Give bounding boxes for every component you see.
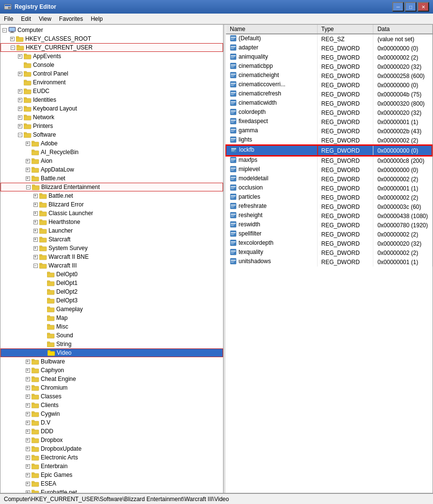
tree-item-warcraft2_bne[interactable]: + Warcraft II BNE xyxy=(0,252,223,261)
tree-item-misc[interactable]: Misc xyxy=(0,322,223,331)
tree-item-clients[interactable]: + Clients xyxy=(0,401,223,410)
table-row[interactable]: texqualityREG_DWORD0x00000002 (2) xyxy=(226,248,432,257)
collapse-icon[interactable]: − xyxy=(2,28,7,32)
tree-item-software[interactable]: − Software xyxy=(0,130,223,139)
tree-item-hkey_current_user[interactable]: − HKEY_CURRENT_USER xyxy=(0,43,223,52)
table-row[interactable]: maxfpsREG_DWORD0x000000c8 (200) xyxy=(226,156,432,165)
expander-sound[interactable] xyxy=(39,331,47,339)
expand-icon[interactable]: + xyxy=(26,447,30,451)
tree-item-enterbrain[interactable]: + Enterbrain xyxy=(0,462,223,471)
expand-icon[interactable]: + xyxy=(33,203,38,207)
expander-printers[interactable]: + xyxy=(16,122,24,130)
table-row[interactable]: adapterREG_DWORD0x00000000 (0) xyxy=(226,44,432,53)
tree-item-ai_recyclebin[interactable]: AI_RecycleBin xyxy=(0,148,223,157)
expander-eurobattle[interactable]: + xyxy=(24,488,32,493)
expander-network[interactable]: + xyxy=(16,113,24,121)
table-row[interactable]: colordepthREG_DWORD0x00000020 (32) xyxy=(226,108,432,117)
expander-hearthstone[interactable]: + xyxy=(32,218,39,226)
tree-item-system_survey[interactable]: + System Survey xyxy=(0,244,223,252)
menu-file[interactable]: File xyxy=(0,14,17,24)
menu-favorites[interactable]: Favorites xyxy=(55,14,87,24)
table-row[interactable]: fixedaspectREG_DWORD0x00000001 (1) xyxy=(226,117,432,126)
tree-item-blizzard_error[interactable]: + Blizzard Error xyxy=(0,200,223,209)
tree-item-map[interactable]: Map xyxy=(0,314,223,322)
expander-epic_games[interactable]: + xyxy=(24,471,32,479)
tree-item-dv[interactable]: + D.V xyxy=(0,418,223,427)
expand-icon[interactable]: + xyxy=(26,490,30,493)
expander-identities[interactable]: + xyxy=(16,96,24,104)
table-row[interactable]: (Default)REG_SZ(value not set) xyxy=(226,34,432,44)
expander-computer[interactable]: − xyxy=(0,26,8,34)
registry-values-panel[interactable]: Name Type Data (Default)REG_SZ(value not… xyxy=(225,25,433,493)
tree-item-printers[interactable]: + Printers xyxy=(0,122,223,130)
tree-item-blizzard_entertainment[interactable]: − Blizzard Entertainment xyxy=(0,183,223,191)
expander-classic_launcher[interactable]: + xyxy=(32,209,39,217)
expander-enterbrain[interactable]: + xyxy=(24,462,32,470)
tree-item-delopt3[interactable]: DelOpt3 xyxy=(0,296,223,305)
expander-launcher[interactable]: + xyxy=(32,227,39,235)
expand-icon[interactable]: + xyxy=(18,54,22,59)
tree-item-battlenet2[interactable]: + Battle.net xyxy=(0,191,223,200)
expander-misc[interactable] xyxy=(39,323,47,331)
expander-control_panel[interactable]: + xyxy=(16,70,24,78)
table-row[interactable]: cinematiccoverri...REG_DWORD0x00000000 (… xyxy=(226,80,432,90)
expand-icon[interactable]: + xyxy=(26,412,30,416)
expand-icon[interactable]: + xyxy=(26,394,30,399)
expander-ai_recyclebin[interactable] xyxy=(24,148,32,156)
tree-item-dropbox[interactable]: + Dropbox xyxy=(0,436,223,444)
expander-appdatalow[interactable]: + xyxy=(24,166,32,173)
table-row[interactable]: animqualityREG_DWORD0x00000002 (2) xyxy=(226,53,432,62)
tree-item-cygwin[interactable]: + Cygwin xyxy=(0,410,223,418)
table-row[interactable]: lightsREG_DWORD0x00000002 (2) xyxy=(226,136,432,145)
tree-item-video[interactable]: Video xyxy=(0,348,223,357)
expander-caphyon[interactable]: + xyxy=(24,366,32,374)
expander-video[interactable] xyxy=(40,349,48,357)
expand-icon[interactable]: + xyxy=(26,429,30,434)
table-row[interactable]: particlesREG_DWORD0x00000002 (2) xyxy=(226,193,432,202)
expander-battlenet2[interactable]: + xyxy=(32,192,39,200)
expander-dropboxupdate[interactable]: + xyxy=(24,445,32,453)
menu-view[interactable]: View xyxy=(35,14,55,24)
tree-item-caphyon[interactable]: + Caphyon xyxy=(0,366,223,375)
table-row[interactable]: cinematicbppREG_DWORD0x00000020 (32) xyxy=(226,62,432,71)
table-row[interactable]: cinematicheightREG_DWORD0x00000258 (600) xyxy=(226,71,432,80)
expander-system_survey[interactable]: + xyxy=(32,244,39,252)
expander-delopt3[interactable] xyxy=(39,297,47,304)
tree-item-ddd[interactable]: + DDD xyxy=(0,427,223,436)
expand-icon[interactable]: + xyxy=(26,377,30,381)
expand-icon[interactable]: + xyxy=(26,438,30,442)
expand-icon[interactable]: + xyxy=(26,368,30,373)
expander-cygwin[interactable]: + xyxy=(24,410,32,418)
expand-icon[interactable]: + xyxy=(26,403,30,408)
collapse-icon[interactable]: − xyxy=(11,46,15,50)
expand-icon[interactable]: + xyxy=(26,168,30,172)
close-button[interactable]: ✕ xyxy=(417,2,429,12)
registry-tree-panel[interactable]: − Computer+ HKEY_CLASSES_ROOT− HKEY_CURR… xyxy=(0,25,224,493)
menu-help[interactable]: Help xyxy=(87,14,107,24)
tree-item-appevents[interactable]: + AppEvents xyxy=(0,52,223,61)
tree-item-hearthstone[interactable]: + Hearthstone xyxy=(0,218,223,226)
expander-console[interactable] xyxy=(16,61,24,69)
expander-adobe[interactable]: + xyxy=(24,140,32,147)
col-name[interactable]: Name xyxy=(226,25,317,34)
expander-blizzard_error[interactable]: + xyxy=(32,201,39,208)
expander-esea[interactable]: + xyxy=(24,480,32,488)
expander-environment[interactable] xyxy=(16,79,24,86)
expand-icon[interactable]: + xyxy=(26,456,30,460)
tree-item-environment[interactable]: Environment xyxy=(0,78,223,87)
expand-icon[interactable]: + xyxy=(26,142,30,146)
tree-item-control_panel[interactable]: + Control Panel xyxy=(0,69,223,78)
expand-icon[interactable]: + xyxy=(18,124,22,128)
tree-item-warcraft3[interactable]: − Warcraft III xyxy=(0,261,223,270)
tree-item-starcraft[interactable]: + Starcraft xyxy=(0,235,223,244)
table-row[interactable]: texcolordepthREG_DWORD0x00000020 (32) xyxy=(226,239,432,248)
tree-item-esea[interactable]: + ESEA xyxy=(0,479,223,488)
tree-item-identities[interactable]: + Identities xyxy=(0,95,223,104)
expand-icon[interactable]: + xyxy=(33,229,38,233)
expand-icon[interactable]: + xyxy=(33,246,38,251)
expand-icon[interactable]: + xyxy=(33,237,38,242)
tree-item-classes[interactable]: + Classes xyxy=(0,392,223,401)
expand-icon[interactable]: + xyxy=(26,473,30,477)
expand-icon[interactable]: + xyxy=(26,386,30,390)
tree-item-dropboxupdate[interactable]: + DropboxUpdate xyxy=(0,444,223,453)
